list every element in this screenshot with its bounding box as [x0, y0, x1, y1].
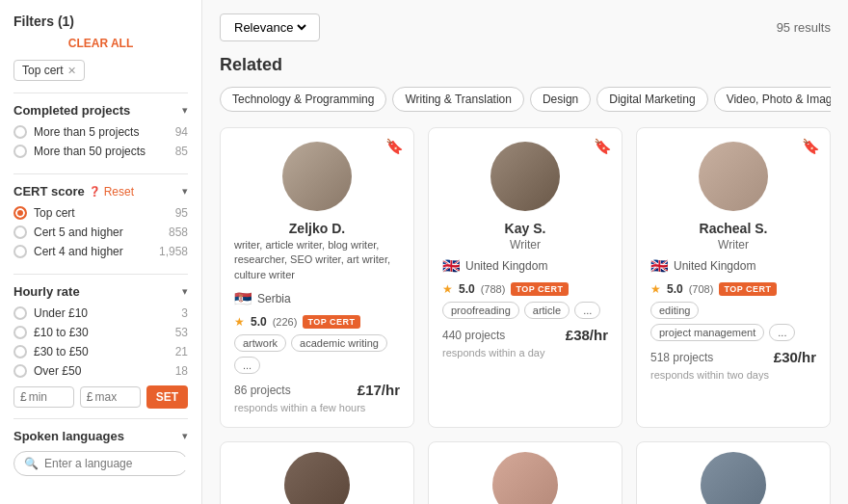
radio-top-cert[interactable]: [13, 206, 27, 220]
sort-select-wrap[interactable]: Relevance Rating Price: [220, 13, 320, 41]
cert-score-header[interactable]: CERT score ❓ Reset ▾: [13, 184, 188, 199]
help-icon[interactable]: ❓: [89, 186, 100, 197]
top-cert-badge-kay: TOP CERT: [511, 282, 568, 296]
radio-cert-5[interactable]: [13, 225, 27, 239]
card-bottom-3: [636, 441, 831, 504]
results-count: 95 results: [777, 20, 831, 35]
rating-row-racheal: ★ 5.0 (708) TOP CERT: [650, 282, 816, 296]
rating-row-zeljko: ★ 5.0 (226) TOP CERT: [234, 315, 400, 329]
avatar-bottom-1: [284, 452, 350, 504]
radio-10-30[interactable]: [13, 326, 27, 339]
filter-section-hourly-rate: Hourly rate ▾ Under £10 3 £10 to £30 53 …: [13, 274, 188, 418]
rate-option-30-50[interactable]: £30 to £50 21: [13, 345, 188, 358]
rate-option-10-30[interactable]: £10 to £30 53: [13, 326, 188, 339]
main-content: Relevance Rating Price 95 results Relate…: [202, 0, 848, 504]
clear-all-link[interactable]: CLEAR ALL: [13, 37, 188, 50]
category-tab-digital-marketing[interactable]: Digital Marketing: [596, 87, 707, 112]
avatar-wrap-zeljko: [234, 142, 400, 211]
radio-more-50[interactable]: [13, 145, 27, 158]
tag-more-racheal[interactable]: ...: [769, 324, 795, 341]
top-cert-badge-zeljko: TOP CERT: [303, 315, 359, 329]
set-rate-button[interactable]: SET: [146, 385, 188, 409]
flag-icon-zeljko: 🇷🇸: [234, 290, 252, 307]
tag-more-zeljko[interactable]: ...: [234, 357, 260, 374]
card-footer-kay: 440 projects £38/hr: [442, 327, 608, 343]
filter-section-spoken-languages: Spoken languages ▾ 🔍: [13, 418, 188, 486]
card-tags-zeljko: artwork academic writing ...: [234, 334, 400, 374]
cert-option-4[interactable]: Cert 4 and higher 1,958: [13, 245, 188, 258]
bookmark-icon-racheal[interactable]: 🔖: [802, 138, 820, 155]
currency-symbol-max: £: [87, 390, 93, 404]
rate-option-under10[interactable]: Under £10 3: [13, 306, 188, 320]
category-tabs: Technology & Programming Writing & Trans…: [220, 87, 831, 112]
avatar-bottom-2: [492, 452, 558, 504]
card-name-zeljko: Zeljko D.: [234, 221, 400, 236]
sort-select[interactable]: Relevance Rating Price: [230, 19, 309, 36]
rate-max-input[interactable]: [95, 390, 134, 404]
chevron-down-icon: ▾: [182, 285, 188, 298]
avatar-zeljko: [282, 142, 352, 211]
close-icon[interactable]: ✕: [67, 65, 76, 77]
card-racheal: 🔖 Racheal S. Writer 🇬🇧 United Kingdom ★ …: [636, 127, 831, 428]
cert-option-5[interactable]: Cert 5 and higher 858: [13, 225, 188, 239]
tag-editing[interactable]: editing: [650, 302, 699, 319]
spoken-languages-title: Spoken languages: [13, 429, 124, 443]
category-tab-design[interactable]: Design: [530, 87, 591, 112]
currency-symbol-min: £: [20, 390, 27, 404]
hourly-rate-header[interactable]: Hourly rate ▾: [13, 284, 188, 299]
card-country-racheal: 🇬🇧 United Kingdom: [650, 257, 816, 275]
tag-academic-writing[interactable]: academic writing: [291, 334, 387, 352]
completed-projects-option-1[interactable]: More than 50 projects 85: [13, 145, 188, 158]
flag-icon-racheal: 🇬🇧: [650, 257, 669, 275]
cert-score-title: CERT score: [13, 184, 85, 199]
rating-row-kay: ★ 5.0 (788) TOP CERT: [442, 282, 608, 296]
filters-title: Filters (1): [13, 13, 74, 29]
spoken-languages-header[interactable]: Spoken languages ▾: [13, 429, 188, 443]
hourly-rate-title: Hourly rate: [13, 284, 80, 299]
language-search-input[interactable]: [44, 457, 189, 470]
avatar-kay: [490, 142, 560, 211]
rate-max-wrap: £: [80, 386, 141, 408]
completed-projects-option-0[interactable]: More than 5 projects 94: [13, 125, 188, 139]
radio-cert-4[interactable]: [13, 245, 27, 258]
category-tab-writing[interactable]: Writing & Translation: [392, 87, 524, 112]
chevron-down-icon: ▾: [182, 430, 188, 442]
chevron-down-icon: ▾: [182, 104, 188, 117]
card-tags-kay: proofreading article ...: [442, 302, 608, 319]
card-name-racheal: Racheal S.: [650, 221, 816, 236]
tag-proofreading[interactable]: proofreading: [442, 302, 519, 319]
bookmark-icon-zeljko[interactable]: 🔖: [385, 138, 404, 155]
tag-project-management[interactable]: project management: [650, 324, 764, 341]
rate-min-input[interactable]: [29, 390, 67, 404]
top-cert-badge-racheal: TOP CERT: [719, 282, 776, 296]
card-name-kay: Kay S.: [442, 221, 608, 236]
main-header: Relevance Rating Price 95 results: [220, 13, 831, 41]
language-search-wrap: 🔍: [13, 451, 188, 476]
filters-header: Filters (1): [13, 13, 188, 29]
card-footer-racheal: 518 projects £30/hr: [650, 349, 816, 365]
cert-option-top[interactable]: Top cert 95: [13, 206, 188, 220]
search-icon: 🔍: [24, 457, 39, 470]
card-role-kay: Writer: [442, 238, 608, 252]
card-footer-zeljko: 86 projects £17/hr: [234, 382, 400, 398]
radio-30-50[interactable]: [13, 345, 27, 358]
tag-article[interactable]: article: [524, 302, 570, 319]
cards-grid: 🔖 Zeljko D. writer, article writer, blog…: [220, 127, 831, 504]
radio-more-5[interactable]: [13, 125, 27, 139]
bookmark-icon-kay[interactable]: 🔖: [594, 138, 612, 155]
category-tab-tech[interactable]: Technology & Programming: [220, 87, 386, 112]
tag-artwork[interactable]: artwork: [234, 334, 286, 352]
rate-option-over50[interactable]: Over £50 18: [13, 364, 188, 378]
completed-projects-header[interactable]: Completed projects ▾: [13, 103, 188, 118]
tag-more-kay[interactable]: ...: [574, 302, 600, 319]
category-tab-video[interactable]: Video, Photo & Image: [714, 87, 831, 112]
reset-link[interactable]: Reset: [104, 185, 134, 199]
sidebar: Filters (1) CLEAR ALL Top cert ✕ Complet…: [0, 0, 202, 504]
card-country-kay: 🇬🇧 United Kingdom: [442, 257, 608, 275]
card-tags-racheal: editing project management ...: [650, 302, 816, 341]
rate-min-wrap: £: [13, 386, 74, 408]
radio-under-10[interactable]: [13, 306, 27, 320]
radio-over-50[interactable]: [13, 364, 27, 378]
card-kay: 🔖 Kay S. Writer 🇬🇧 United Kingdom ★ 5.0 …: [428, 127, 623, 428]
rate-range-inputs: £ £ SET: [13, 385, 188, 409]
